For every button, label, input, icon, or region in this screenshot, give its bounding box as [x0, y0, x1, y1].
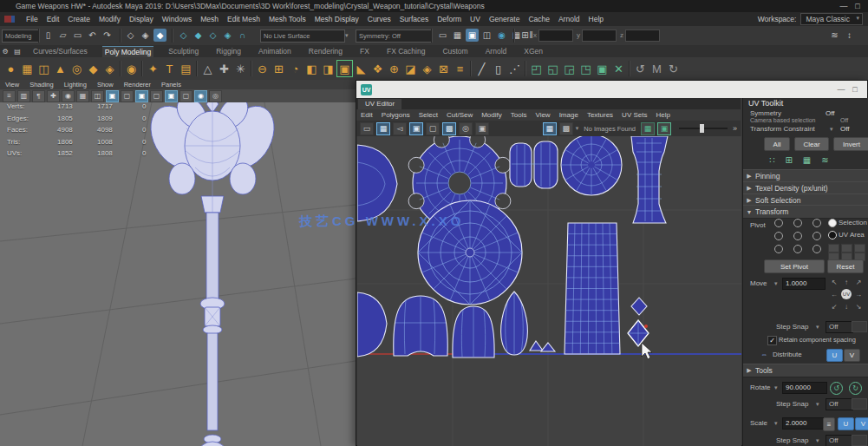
scale-step-caret-icon[interactable]: ▾ — [816, 437, 819, 444]
uv-window-titlebar[interactable]: UV — □ — [356, 81, 867, 98]
screenshot-icon[interactable]: ◫ — [480, 29, 493, 42]
panel-menu-panels[interactable]: Panels — [161, 81, 181, 89]
lighting-icon[interactable]: ▢ — [150, 90, 163, 102]
open-scene-icon[interactable]: ▱ — [56, 29, 69, 42]
select-clear-button[interactable]: Clear — [794, 137, 829, 151]
shelf-tab-fx[interactable]: FX — [357, 46, 372, 56]
move-nudge-8600[interactable]: ↘ — [853, 301, 864, 312]
panel-menu-view[interactable]: View — [5, 81, 19, 89]
uv-tiles-icon[interactable]: ▦ — [543, 122, 557, 135]
menu-cache[interactable]: Cache — [528, 15, 550, 23]
checker-toggle-icon[interactable]: ▦ — [641, 122, 655, 135]
maximize-button[interactable]: □ — [851, 2, 865, 10]
uv-canvas[interactable] — [357, 136, 741, 446]
scale-lock-button[interactable]: ≡ — [823, 417, 835, 431]
coord-input-z[interactable] — [625, 30, 660, 42]
coord-input-x[interactable] — [538, 30, 573, 42]
pivot-mode-uvarea-radio[interactable] — [828, 231, 837, 239]
section-transform[interactable]: ▼ Transform — [743, 205, 868, 219]
toolbar-overflow-icon[interactable]: » — [733, 124, 737, 133]
panel-menu-show[interactable]: Show — [97, 81, 114, 89]
minimize-button[interactable]: — — [837, 2, 851, 10]
move-step-caret-icon[interactable]: ▾ — [816, 324, 819, 331]
panel-menu-renderer[interactable]: Renderer — [124, 81, 151, 89]
snap-plane-icon[interactable]: ◈ — [221, 29, 234, 42]
set-pivot-button[interactable]: Set Pivot — [764, 259, 825, 273]
poly-torus-icon[interactable]: ◎ — [69, 60, 85, 77]
retain-spacing-checkbox[interactable]: ✓ — [767, 336, 777, 345]
offset-loop-icon[interactable]: ▯ — [490, 60, 506, 77]
merge-icon[interactable]: ◪ — [402, 60, 419, 77]
convert-to-edge-icon[interactable]: ⊞ — [785, 155, 792, 165]
menu-mesh-tools[interactable]: Mesh Tools — [269, 15, 306, 23]
uv-grid-icon[interactable]: ▣ — [475, 122, 489, 135]
uv-menu-textures[interactable]: Textures — [587, 111, 613, 119]
four-pane-icon[interactable]: ▦ — [451, 29, 464, 42]
shelf-tab-animation[interactable]: Animation — [256, 46, 294, 56]
snap-point-icon[interactable]: ◇ — [206, 29, 219, 42]
menu-curves[interactable]: Curves — [368, 15, 391, 23]
history-back-icon[interactable]: ↺ — [632, 60, 649, 77]
uv-contour-icon[interactable]: ▣ — [594, 60, 610, 77]
pivot-grid-0-0[interactable] — [774, 219, 783, 227]
shelf-tab-arnold[interactable]: Arnold — [483, 46, 510, 56]
uv-menu-polygons[interactable]: Polygons — [382, 111, 410, 119]
convert-to-uv-icon[interactable]: ∷ — [769, 155, 774, 165]
texture-select-dropdown[interactable]: No Images Found — [584, 125, 636, 133]
camera-selection-value[interactable]: Off — [840, 117, 848, 123]
menu-windows[interactable]: Windows — [162, 15, 192, 23]
pivot-grid-1-2[interactable] — [813, 232, 821, 240]
stack-icon[interactable]: ≡ — [452, 60, 468, 77]
menu-uv[interactable]: UV — [470, 15, 480, 23]
shadows-icon[interactable]: ▣ — [165, 90, 178, 102]
shelf-tab-sculpting[interactable]: Sculpting — [166, 46, 201, 56]
rotate-caret-icon[interactable]: ▾ — [774, 384, 778, 391]
shelf-tab-xgen[interactable]: XGen — [521, 46, 545, 56]
render-icon[interactable]: ◉ — [495, 29, 508, 42]
convert-to-face-icon[interactable]: ▦ — [803, 155, 811, 165]
mudbox-icon[interactable]: M — [649, 60, 665, 77]
input-output-icon[interactable]: ↕ — [843, 29, 856, 42]
pivot-grid-2-2[interactable] — [813, 245, 821, 253]
uv-maximize-button[interactable]: □ — [848, 85, 862, 94]
baked-texture-icon[interactable]: ▣ — [657, 122, 671, 135]
uv-tiles-caret-icon[interactable]: ▾ — [576, 125, 579, 132]
undo-icon[interactable]: ↶ — [86, 29, 99, 42]
workspace-selector[interactable]: Maya Classic — [800, 13, 863, 25]
menuset-selector[interactable]: Modeling — [2, 30, 40, 43]
pivot-grid-0-1[interactable] — [793, 219, 802, 227]
paint-transfer-icon[interactable]: ⋰ — [506, 60, 523, 77]
scale-u-button[interactable]: U — [838, 417, 854, 430]
persp-pane-icon[interactable]: ▣ — [466, 29, 479, 42]
select-all-button[interactable]: All — [764, 137, 790, 151]
menu-help[interactable]: Help — [589, 15, 604, 23]
poly-plane-icon[interactable]: ◆ — [85, 60, 101, 77]
move-value-field[interactable]: 1.0000 — [782, 278, 826, 290]
perspective-viewport[interactable]: ViewShadingLightingShowRendererPanels ≡▥… — [0, 80, 356, 446]
convert-to-shell-icon[interactable]: ≋ — [821, 155, 828, 165]
poly-cylinder-icon[interactable]: ◫ — [36, 60, 52, 77]
select-object-icon[interactable]: ◈ — [139, 29, 152, 42]
shelf-tab-curves-surfaces[interactable]: Curves/Surfaces — [30, 46, 90, 56]
snap-curve-icon[interactable]: ◆ — [192, 29, 205, 42]
bridge-icon[interactable]: ❖ — [369, 60, 386, 77]
uv-planar-icon[interactable]: ◰ — [528, 60, 545, 77]
move-nudge-8601[interactable]: ↙ — [829, 301, 839, 312]
live-surface-field[interactable]: No Live Surface — [260, 30, 345, 43]
platonic-solid-icon[interactable]: ◉ — [123, 60, 140, 77]
extract-icon[interactable]: ◧ — [303, 60, 320, 77]
menu-display[interactable]: Display — [129, 15, 153, 23]
move-caret-icon[interactable]: ▾ — [774, 280, 778, 287]
pivot-grid-1-1[interactable] — [793, 232, 802, 240]
checker-map-icon[interactable]: ▩ — [442, 122, 456, 135]
quad-draw-icon[interactable]: ✚ — [216, 60, 232, 77]
uv-menu-tools[interactable]: Tools — [511, 111, 527, 119]
multi-cut-icon[interactable]: ✳ — [232, 60, 249, 77]
sort-icon[interactable]: ≋ — [828, 29, 841, 42]
menu-mesh-display[interactable]: Mesh Display — [315, 15, 359, 23]
pivot-grid-1-0[interactable] — [774, 232, 783, 240]
grid-toggle-icon[interactable]: ▦ — [376, 122, 390, 135]
poly-disc-icon[interactable]: ◈ — [101, 60, 118, 77]
poly-sphere-icon[interactable]: ● — [3, 60, 19, 77]
active-tool-icon[interactable]: ▣ — [336, 60, 353, 77]
